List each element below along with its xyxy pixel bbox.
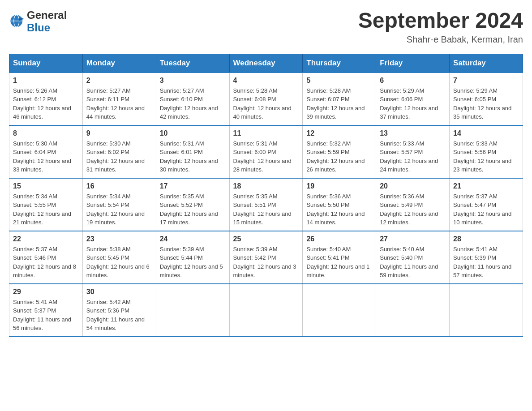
calendar-cell: 20 Sunrise: 5:36 AM Sunset: 5:49 PM Dayl… [376,178,450,231]
day-number: 13 [380,129,446,137]
calendar-cell [229,284,303,337]
day-info: Sunrise: 5:26 AM Sunset: 6:12 PM Dayligh… [13,86,79,121]
day-number: 29 [13,288,79,296]
day-info: Sunrise: 5:39 AM Sunset: 5:42 PM Dayligh… [233,245,299,280]
calendar-week-row: 22 Sunrise: 5:37 AM Sunset: 5:46 PM Dayl… [9,231,523,284]
logo-text: General Blue [27,9,67,34]
day-number: 23 [86,235,152,243]
logo-line2: Blue [27,21,67,34]
day-number: 20 [380,182,446,190]
day-info: Sunrise: 5:31 AM Sunset: 6:01 PM Dayligh… [160,139,226,174]
weekday-header-wednesday: Wednesday [229,54,303,73]
day-number: 18 [233,182,299,190]
calendar-cell: 25 Sunrise: 5:39 AM Sunset: 5:42 PM Dayl… [229,231,303,284]
day-info: Sunrise: 5:34 AM Sunset: 5:55 PM Dayligh… [13,192,79,227]
weekday-header-tuesday: Tuesday [156,54,229,73]
title-block: September 2024 Shahr-e Babak, Kerman, Ir… [358,9,523,45]
day-number: 16 [86,182,152,190]
day-info: Sunrise: 5:38 AM Sunset: 5:45 PM Dayligh… [86,245,152,280]
calendar-cell [303,284,376,337]
calendar-cell: 6 Sunrise: 5:29 AM Sunset: 6:06 PM Dayli… [376,73,450,125]
logo-icon [9,13,25,30]
calendar-cell: 16 Sunrise: 5:34 AM Sunset: 5:54 PM Dayl… [82,178,156,231]
day-info: Sunrise: 5:27 AM Sunset: 6:11 PM Dayligh… [86,86,152,121]
calendar-table: SundayMondayTuesdayWednesdayThursdayFrid… [9,54,523,337]
day-info: Sunrise: 5:33 AM Sunset: 5:57 PM Dayligh… [380,139,446,174]
day-number: 2 [86,77,152,85]
day-info: Sunrise: 5:31 AM Sunset: 6:00 PM Dayligh… [233,139,299,174]
day-number: 3 [160,77,226,85]
calendar-cell [376,284,450,337]
calendar-cell: 15 Sunrise: 5:34 AM Sunset: 5:55 PM Dayl… [9,178,83,231]
day-number: 6 [380,77,446,85]
day-number: 14 [453,129,519,137]
day-info: Sunrise: 5:28 AM Sunset: 6:08 PM Dayligh… [233,86,299,121]
day-number: 11 [233,129,299,137]
day-info: Sunrise: 5:36 AM Sunset: 5:50 PM Dayligh… [306,192,372,227]
calendar-cell: 29 Sunrise: 5:41 AM Sunset: 5:37 PM Dayl… [9,284,83,337]
day-info: Sunrise: 5:37 AM Sunset: 5:46 PM Dayligh… [13,245,79,280]
calendar-cell: 26 Sunrise: 5:40 AM Sunset: 5:41 PM Dayl… [303,231,376,284]
day-info: Sunrise: 5:30 AM Sunset: 6:04 PM Dayligh… [13,139,79,174]
calendar-cell: 24 Sunrise: 5:39 AM Sunset: 5:44 PM Dayl… [156,231,229,284]
day-number: 25 [233,235,299,243]
day-number: 15 [13,182,79,190]
day-info: Sunrise: 5:29 AM Sunset: 6:06 PM Dayligh… [380,86,446,121]
day-number: 27 [380,235,446,243]
calendar-cell: 14 Sunrise: 5:33 AM Sunset: 5:56 PM Dayl… [450,125,523,178]
day-number: 10 [160,129,226,137]
calendar-week-row: 15 Sunrise: 5:34 AM Sunset: 5:55 PM Dayl… [9,178,523,231]
day-number: 1 [13,77,79,85]
calendar-cell: 13 Sunrise: 5:33 AM Sunset: 5:57 PM Dayl… [376,125,450,178]
day-info: Sunrise: 5:30 AM Sunset: 6:02 PM Dayligh… [86,139,152,174]
calendar-cell: 22 Sunrise: 5:37 AM Sunset: 5:46 PM Dayl… [9,231,83,284]
day-info: Sunrise: 5:35 AM Sunset: 5:51 PM Dayligh… [233,192,299,227]
day-info: Sunrise: 5:39 AM Sunset: 5:44 PM Dayligh… [160,245,226,280]
day-number: 12 [306,129,372,137]
calendar-week-row: 1 Sunrise: 5:26 AM Sunset: 6:12 PM Dayli… [9,73,523,125]
day-info: Sunrise: 5:41 AM Sunset: 5:37 PM Dayligh… [13,298,79,333]
calendar-cell [450,284,523,337]
day-number: 4 [233,77,299,85]
calendar-cell: 10 Sunrise: 5:31 AM Sunset: 6:01 PM Dayl… [156,125,229,178]
calendar-cell: 8 Sunrise: 5:30 AM Sunset: 6:04 PM Dayli… [9,125,83,178]
calendar-week-row: 8 Sunrise: 5:30 AM Sunset: 6:04 PM Dayli… [9,125,523,178]
day-number: 28 [453,235,519,243]
day-info: Sunrise: 5:32 AM Sunset: 5:59 PM Dayligh… [306,139,372,174]
logo: General Blue [9,9,67,34]
day-info: Sunrise: 5:42 AM Sunset: 5:36 PM Dayligh… [86,298,152,333]
weekday-header-thursday: Thursday [303,54,376,73]
day-number: 7 [453,77,519,85]
calendar-cell: 5 Sunrise: 5:28 AM Sunset: 6:07 PM Dayli… [303,73,376,125]
day-info: Sunrise: 5:27 AM Sunset: 6:10 PM Dayligh… [160,86,226,121]
day-number: 17 [160,182,226,190]
calendar-cell: 7 Sunrise: 5:29 AM Sunset: 6:05 PM Dayli… [450,73,523,125]
weekday-header-row: SundayMondayTuesdayWednesdayThursdayFrid… [9,54,523,73]
weekday-header-saturday: Saturday [450,54,523,73]
day-info: Sunrise: 5:37 AM Sunset: 5:47 PM Dayligh… [453,192,519,227]
calendar-cell: 9 Sunrise: 5:30 AM Sunset: 6:02 PM Dayli… [82,125,156,178]
day-number: 22 [13,235,79,243]
calendar-cell: 19 Sunrise: 5:36 AM Sunset: 5:50 PM Dayl… [303,178,376,231]
page-header: General Blue September 2024 Shahr-e Baba… [9,9,523,45]
calendar-cell: 4 Sunrise: 5:28 AM Sunset: 6:08 PM Dayli… [229,73,303,125]
day-info: Sunrise: 5:33 AM Sunset: 5:56 PM Dayligh… [453,139,519,174]
calendar-cell: 2 Sunrise: 5:27 AM Sunset: 6:11 PM Dayli… [82,73,156,125]
calendar-cell: 27 Sunrise: 5:40 AM Sunset: 5:40 PM Dayl… [376,231,450,284]
calendar-cell [156,284,229,337]
calendar-cell: 12 Sunrise: 5:32 AM Sunset: 5:59 PM Dayl… [303,125,376,178]
day-info: Sunrise: 5:29 AM Sunset: 6:05 PM Dayligh… [453,86,519,121]
calendar-cell: 21 Sunrise: 5:37 AM Sunset: 5:47 PM Dayl… [450,178,523,231]
calendar-week-row: 29 Sunrise: 5:41 AM Sunset: 5:37 PM Dayl… [9,284,523,337]
day-number: 30 [86,288,152,296]
day-info: Sunrise: 5:36 AM Sunset: 5:49 PM Dayligh… [380,192,446,227]
day-info: Sunrise: 5:28 AM Sunset: 6:07 PM Dayligh… [306,86,372,121]
day-number: 24 [160,235,226,243]
weekday-header-friday: Friday [376,54,450,73]
day-number: 5 [306,77,372,85]
day-number: 21 [453,182,519,190]
calendar-cell: 11 Sunrise: 5:31 AM Sunset: 6:00 PM Dayl… [229,125,303,178]
calendar-cell: 17 Sunrise: 5:35 AM Sunset: 5:52 PM Dayl… [156,178,229,231]
day-number: 26 [306,235,372,243]
day-number: 9 [86,129,152,137]
